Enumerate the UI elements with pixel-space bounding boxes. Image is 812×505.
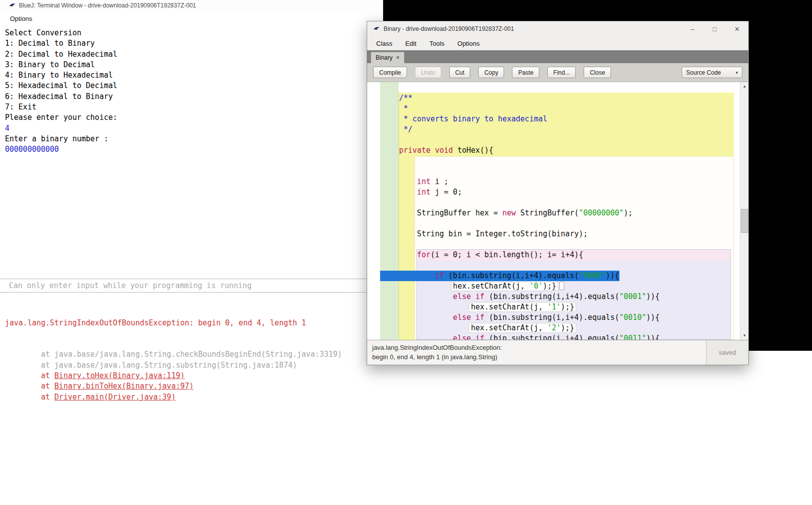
vertical-scrollbar[interactable]: ▲ ▼ bbox=[740, 82, 748, 340]
tab-label: Binary bbox=[376, 54, 393, 61]
code-line[interactable]: else if (bin.substring(i,i+4).equals("00… bbox=[399, 333, 660, 340]
code-line[interactable]: * bbox=[399, 103, 660, 114]
code-line[interactable]: hex.setCharAt(j, '2');} bbox=[399, 323, 660, 333]
terminal-output-line: 6: Hexadecimal to Binary bbox=[5, 92, 117, 102]
tab-binary[interactable]: Binary × bbox=[371, 52, 405, 63]
undo-button[interactable]: Undo bbox=[415, 67, 441, 78]
code-line[interactable]: for(i = 0; i < bin.length(); i= i+4){ bbox=[399, 250, 660, 260]
terminal-output-line: 4: Binary to Hexadecimal bbox=[5, 70, 117, 81]
scroll-down-icon[interactable]: ▼ bbox=[740, 331, 748, 340]
copy-button[interactable]: Copy bbox=[478, 67, 504, 78]
code-line[interactable]: hex.setCharAt(j, '0');} bbox=[399, 281, 660, 292]
terminal-output-line: 7: Exit bbox=[5, 102, 117, 112]
stack-frame: at java.base/java.lang.String.substring(… bbox=[5, 360, 342, 371]
code-line[interactable]: private void toHex(){ bbox=[399, 145, 660, 156]
code-line[interactable]: int i ; bbox=[399, 177, 660, 187]
at-label: at bbox=[41, 382, 54, 391]
text-caret bbox=[559, 282, 564, 290]
view-selector-dropdown[interactable]: Source Code ▾ bbox=[682, 67, 742, 78]
tab-close-icon[interactable]: × bbox=[396, 54, 400, 61]
code-line[interactable] bbox=[399, 166, 660, 177]
desktop: BlueJ: Terminal Window - drive-download-… bbox=[0, 0, 812, 505]
code-line[interactable]: /** bbox=[399, 93, 660, 103]
stack-trace: at java.base/java.lang.String.checkBound… bbox=[5, 349, 342, 402]
window-controls: – □ ✕ bbox=[681, 21, 748, 36]
stack-frame-link[interactable]: Binary.toHex(Binary.java:119) bbox=[54, 371, 185, 380]
terminal-input-line: 000000000000 bbox=[5, 144, 117, 155]
code-line[interactable]: if (bin.substring(i,i+4).equals("0000"))… bbox=[399, 271, 660, 281]
terminal-output-line: Select Conversion bbox=[5, 28, 117, 38]
menu-options[interactable]: Options bbox=[8, 14, 34, 23]
find-button[interactable]: Find... bbox=[547, 67, 576, 78]
scope-block-box: hex.setCharAt(j, '0');} bbox=[451, 281, 558, 291]
stack-frame-link[interactable]: Driver.main(Driver.java:39) bbox=[54, 393, 176, 402]
compile-button[interactable]: Compile bbox=[373, 67, 407, 78]
terminal-input-line: 4 bbox=[5, 123, 117, 134]
menu-tools[interactable]: Tools bbox=[429, 40, 444, 47]
stack-frame-link[interactable]: Binary.binToHex(Binary.java:97) bbox=[54, 382, 194, 391]
status-line1: java.lang.StringIndexOutOfBoundsExceptio… bbox=[372, 343, 701, 352]
scope-block-box: hex.setCharAt(j, '2');} bbox=[469, 323, 576, 333]
terminal-input-notice: Can only enter input while your programm… bbox=[0, 279, 383, 293]
editor-window: Binary - drive-download-20190906T192837Z… bbox=[367, 21, 749, 365]
status-message: java.lang.StringIndexOutOfBoundsExceptio… bbox=[367, 340, 707, 365]
code-line[interactable] bbox=[399, 156, 660, 166]
code-line[interactable]: */ bbox=[399, 124, 660, 135]
maximize-button[interactable]: □ bbox=[704, 21, 726, 36]
at-label: at bbox=[41, 350, 54, 359]
terminal-menubar: Options bbox=[0, 11, 383, 26]
terminal-output-line: 3: Binary to Decimal bbox=[5, 60, 117, 70]
close-button[interactable]: Close bbox=[584, 67, 611, 78]
code-line[interactable]: else if (bin.substring(i,i+4).equals("00… bbox=[399, 292, 660, 302]
menu-edit[interactable]: Edit bbox=[406, 40, 416, 47]
code-line[interactable] bbox=[399, 218, 660, 229]
desktop-background bbox=[383, 0, 812, 21]
editor-statusbar: java.lang.StringIndexOutOfBoundsExceptio… bbox=[367, 340, 748, 365]
menu-class[interactable]: Class bbox=[376, 40, 393, 47]
stack-frame: at Driver.main(Driver.java:39) bbox=[5, 392, 342, 403]
scope-block-box: hex.setCharAt(j, '1');} bbox=[469, 302, 576, 312]
bluej-icon bbox=[373, 26, 380, 32]
terminal-window: BlueJ: Terminal Window - drive-download-… bbox=[0, 0, 383, 505]
code-line[interactable]: * converts binary to hexadecimal bbox=[399, 114, 660, 124]
code-line[interactable] bbox=[399, 239, 660, 250]
code-line[interactable] bbox=[399, 135, 660, 145]
terminal-titlebar[interactable]: BlueJ: Terminal Window - drive-download-… bbox=[0, 0, 383, 11]
stack-frame: at java.base/java.lang.String.checkBound… bbox=[5, 349, 342, 360]
stack-frame: at Binary.binToHex(Binary.java:97) bbox=[5, 381, 342, 392]
scope-class-highlight bbox=[380, 82, 399, 340]
code-line[interactable]: StringBuffer hex = new StringBuffer("000… bbox=[399, 208, 660, 218]
code-line[interactable]: int j = 0; bbox=[399, 187, 660, 198]
code-line[interactable]: else if (bin.substring(i,i+4).equals("00… bbox=[399, 312, 660, 323]
scroll-up-icon[interactable]: ▲ bbox=[740, 82, 748, 91]
terminal-error-output: java.lang.StringIndexOutOfBoundsExceptio… bbox=[5, 297, 342, 424]
editor-menubar: ClassEditToolsOptions bbox=[367, 36, 748, 50]
editor-titlebar[interactable]: Binary - drive-download-20190906T192837Z… bbox=[367, 21, 748, 36]
at-label: at bbox=[41, 393, 54, 402]
menu-options[interactable]: Options bbox=[457, 40, 480, 47]
cut-button[interactable]: Cut bbox=[449, 67, 471, 78]
editor-title: Binary - drive-download-20190906T192837Z… bbox=[384, 25, 514, 32]
terminal-output-line: Please enter your choice: bbox=[5, 112, 117, 123]
terminal-title: BlueJ: Terminal Window - drive-download-… bbox=[19, 2, 196, 9]
stack-frame: at Binary.toHex(Binary.java:119) bbox=[5, 371, 342, 381]
close-button[interactable]: ✕ bbox=[726, 21, 748, 36]
code-line[interactable]: hex.setCharAt(j, '1');} bbox=[399, 302, 660, 312]
code-line[interactable] bbox=[399, 198, 660, 208]
code-line[interactable] bbox=[399, 260, 660, 271]
terminal-output[interactable]: Select Conversion1: Decimal to Binary2: … bbox=[5, 28, 117, 155]
code-editor[interactable]: /** * * converts binary to hexadecimal *… bbox=[367, 82, 748, 340]
at-label: at bbox=[41, 371, 54, 380]
view-selector-label: Source Code bbox=[686, 69, 721, 76]
saved-indicator: saved bbox=[707, 340, 748, 365]
status-line2: begin 0, end 4, length 1 (in java.lang.S… bbox=[372, 352, 701, 362]
code-line[interactable]: String bin = Integer.toString(binary); bbox=[399, 229, 660, 239]
terminal-output-line: Enter a binary number : bbox=[5, 134, 117, 144]
bluej-icon bbox=[9, 2, 15, 9]
minimize-button[interactable]: – bbox=[681, 21, 704, 36]
scrollbar-thumb[interactable] bbox=[741, 209, 748, 233]
toolbar-buttons: CompileUndoCutCopyPasteFind...Close bbox=[373, 67, 611, 78]
editor-toolbar: CompileUndoCutCopyPasteFind...Close Sour… bbox=[367, 63, 748, 82]
notice-text: Can only enter input while your programm… bbox=[9, 281, 252, 290]
paste-button[interactable]: Paste bbox=[512, 67, 539, 78]
